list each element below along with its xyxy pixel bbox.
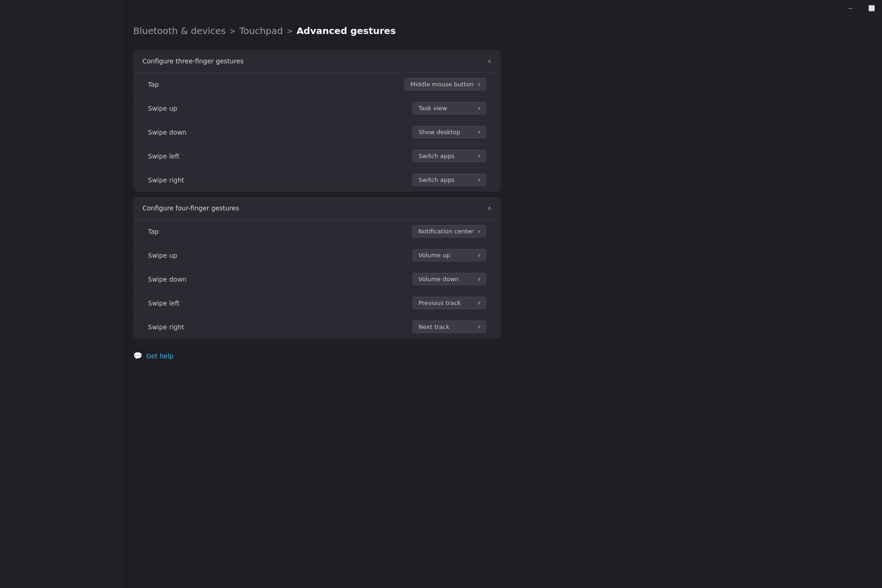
titlebar: ─ ⬜ (840, 0, 882, 17)
restore-button[interactable]: ⬜ (861, 0, 882, 17)
three-finger-section: Configure three-finger gestures ∧ Tap Mi… (133, 50, 501, 192)
three-finger-tap-label: Tap (148, 81, 159, 88)
three-finger-swipe-up-value: Task view (418, 105, 447, 112)
four-finger-swipe-right-arrow: ∨ (477, 324, 481, 330)
three-finger-swipe-right-label: Swipe right (148, 176, 184, 184)
three-finger-swipe-down-value: Show desktop (418, 129, 460, 136)
four-finger-swipe-up-dropdown[interactable]: Volume up ∨ (413, 249, 486, 261)
main-content: Bluetooth & devices > Touchpad > Advance… (133, 25, 501, 362)
three-finger-tap-arrow: ∨ (477, 81, 481, 87)
three-finger-swipe-left-row: Swipe left Switch apps ∨ (133, 144, 501, 168)
breadcrumb: Bluetooth & devices > Touchpad > Advance… (133, 25, 501, 36)
three-finger-swipe-left-arrow: ∨ (477, 153, 481, 159)
four-finger-swipe-down-arrow: ∨ (477, 276, 481, 282)
three-finger-swipe-right-arrow: ∨ (477, 177, 481, 183)
four-finger-swipe-right-label: Swipe right (148, 323, 184, 331)
four-finger-tap-label: Tap (148, 228, 159, 235)
three-finger-collapse-icon: ∧ (487, 58, 492, 64)
four-finger-tap-value: Notification center (418, 228, 474, 235)
four-finger-swipe-up-arrow: ∨ (477, 252, 481, 258)
four-finger-swipe-left-label: Swipe left (148, 300, 180, 307)
four-finger-tap-dropdown[interactable]: Notification center ∨ (412, 225, 486, 237)
three-finger-swipe-up-arrow: ∨ (477, 105, 481, 111)
four-finger-swipe-up-value: Volume up (418, 252, 450, 259)
four-finger-swipe-down-label: Swipe down (148, 276, 187, 283)
three-finger-swipe-left-value: Switch apps (418, 153, 454, 159)
four-finger-swipe-down-dropdown[interactable]: Volume down ∨ (413, 273, 486, 285)
four-finger-swipe-left-row: Swipe left Previous track ∨ (133, 291, 501, 315)
four-finger-swipe-right-row: Swipe right Next track ∨ (133, 315, 501, 339)
four-finger-swipe-up-row: Swipe up Volume up ∨ (133, 243, 501, 267)
four-finger-swipe-up-label: Swipe up (148, 252, 177, 259)
three-finger-swipe-left-dropdown[interactable]: Switch apps ∨ (413, 150, 486, 162)
three-finger-swipe-right-value: Switch apps (418, 176, 454, 183)
breadcrumb-item-advanced-gestures: Advanced gestures (296, 25, 396, 36)
four-finger-tap-arrow: ∨ (477, 228, 481, 234)
breadcrumb-item-bluetooth[interactable]: Bluetooth & devices (133, 25, 226, 36)
get-help-text: Get help (146, 352, 174, 360)
three-finger-swipe-down-arrow: ∨ (477, 129, 481, 135)
four-finger-swipe-right-dropdown[interactable]: Next track ∨ (413, 321, 486, 333)
four-finger-swipe-left-value: Previous track (418, 300, 461, 306)
breadcrumb-separator-2: > (287, 27, 293, 35)
four-finger-section-title: Configure four-finger gestures (142, 204, 239, 212)
breadcrumb-separator-1: > (230, 27, 236, 35)
three-finger-swipe-right-row: Swipe right Switch apps ∨ (133, 168, 501, 192)
minimize-button[interactable]: ─ (840, 0, 861, 17)
three-finger-swipe-right-dropdown[interactable]: Switch apps ∨ (413, 174, 486, 186)
three-finger-section-header[interactable]: Configure three-finger gestures ∧ (133, 50, 501, 73)
four-finger-swipe-down-value: Volume down (418, 276, 459, 283)
breadcrumb-item-touchpad[interactable]: Touchpad (239, 25, 283, 36)
four-finger-swipe-right-value: Next track (418, 323, 450, 330)
four-finger-section-header[interactable]: Configure four-finger gestures ∧ (133, 197, 501, 220)
three-finger-swipe-left-label: Swipe left (148, 153, 180, 160)
three-finger-tap-dropdown[interactable]: Middle mouse button ∨ (404, 78, 486, 90)
get-help-link[interactable]: 💬 Get help (133, 350, 501, 362)
three-finger-swipe-down-dropdown[interactable]: Show desktop ∨ (413, 126, 486, 138)
three-finger-swipe-up-dropdown[interactable]: Task view ∨ (413, 102, 486, 114)
three-finger-swipe-down-label: Swipe down (148, 129, 187, 136)
left-sidebar (0, 0, 124, 588)
get-help-icon: 💬 (133, 351, 142, 360)
four-finger-collapse-icon: ∧ (487, 205, 492, 211)
three-finger-tap-value: Middle mouse button (410, 81, 474, 88)
four-finger-tap-row: Tap Notification center ∨ (133, 220, 501, 243)
three-finger-section-title: Configure three-finger gestures (142, 57, 243, 65)
four-finger-swipe-down-row: Swipe down Volume down ∨ (133, 267, 501, 291)
three-finger-swipe-up-label: Swipe up (148, 105, 177, 112)
three-finger-tap-row: Tap Middle mouse button ∨ (133, 73, 501, 96)
four-finger-section: Configure four-finger gestures ∧ Tap Not… (133, 197, 501, 339)
three-finger-swipe-up-row: Swipe up Task view ∨ (133, 96, 501, 120)
three-finger-swipe-down-row: Swipe down Show desktop ∨ (133, 120, 501, 144)
four-finger-swipe-left-arrow: ∨ (477, 300, 481, 306)
four-finger-swipe-left-dropdown[interactable]: Previous track ∨ (413, 297, 486, 309)
